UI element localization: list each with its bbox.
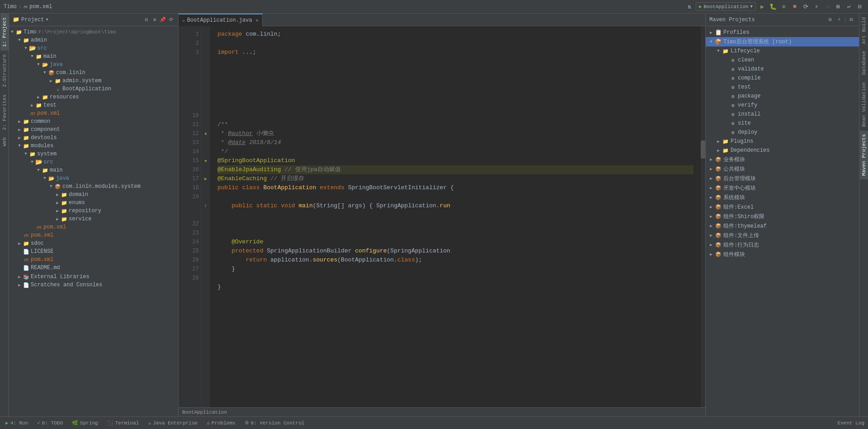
tree-service[interactable]: ▶ 📁 service [9, 215, 178, 223]
tree-enums[interactable]: ▶ 📁 enums [9, 199, 178, 207]
maven-plugins[interactable]: ▶ 📁 Plugins [706, 137, 859, 146]
run-coverage-btn[interactable]: ⊕ [779, 2, 788, 11]
breadcrumb-pomxml[interactable]: pom.xml [29, 4, 52, 10]
run-config-arrow[interactable]: ▼ [750, 5, 753, 9]
maven-module-10[interactable]: ▶ 📦 组件模块 [706, 250, 859, 259]
maven-compile[interactable]: ⚙ compile [706, 74, 859, 83]
maven-profiles[interactable]: ▶ 📋 Profiles [706, 28, 859, 37]
maven-module-7[interactable]: ▶ 📦 组件:thymeleaf [706, 221, 859, 231]
editor-tab-bootapplication[interactable]: ☕ BootApplication.java ✕ [179, 14, 263, 26]
bottom-terminal[interactable]: ⬛ Terminal [105, 419, 141, 427]
maven-module-9[interactable]: ▶ 📦 组件:行为日志 [706, 240, 859, 250]
sort-icon[interactable]: ⇅ [685, 2, 694, 11]
maven-dependencies[interactable]: ▶ 📁 Dependencies [706, 146, 859, 155]
maven-lifecycle[interactable]: ▼ 📁 Lifecycle [706, 47, 859, 56]
sidebar-tab-structure[interactable]: Z-Structure [0, 51, 9, 91]
stop-btn[interactable]: ■ [790, 2, 799, 11]
tree-test[interactable]: ▶ 📁 test [9, 101, 178, 109]
tree-java-admin[interactable]: ▼ 📂 java [9, 61, 178, 69]
tree-main-admin[interactable]: ▼ 📁 main [9, 52, 178, 61]
code-content[interactable]: package com.linln; import ...; /** * @au… [210, 26, 701, 407]
collapse-all-btn[interactable]: ⊟ [143, 16, 150, 23]
tree-pom-system[interactable]: 𝘮 pom.xml [9, 223, 178, 231]
maven-module-0[interactable]: ▶ 📦 业务模块 [706, 155, 859, 164]
bottom-java-enterprise[interactable]: ☕ Java Enterprise [146, 419, 200, 427]
tree-external-libraries[interactable]: ▶ 📚 External Libraries [9, 273, 178, 281]
maven-package[interactable]: ⚙ package [706, 92, 859, 101]
tree-admin[interactable]: ▼ 📁 admin [9, 36, 178, 44]
maven-install[interactable]: ⚙ install [706, 110, 859, 119]
maven-module-3[interactable]: ▶ 📦 开发中心模块 [706, 183, 859, 193]
tree-main-system[interactable]: ▼ 📁 main [9, 166, 178, 174]
sidebar-tab-project[interactable]: 1: Project [0, 14, 9, 51]
tree-pom-modules[interactable]: 𝘮 pom.xml [9, 231, 178, 239]
tree-resources[interactable]: ▶ 📁 resources [9, 93, 178, 101]
maven-collapse-btn[interactable]: ⊟ [847, 16, 855, 24]
undo-btn[interactable]: ↩ [844, 2, 854, 11]
project-dropdown-arrow[interactable]: ▼ [46, 18, 48, 22]
tree-license[interactable]: 📄 LICENSE [9, 247, 178, 256]
tree-domain[interactable]: ▶ 📁 domain [9, 191, 178, 199]
maven-verify[interactable]: ⚙ verify [706, 101, 859, 110]
maven-module-2[interactable]: ▶ 📦 后台管理模块 [706, 174, 859, 183]
right-tab-art-build[interactable]: Art Build [860, 14, 868, 47]
tree-readme[interactable]: 📄 README.md [9, 264, 178, 272]
tree-pom-admin[interactable]: 𝘮 pom.xml [9, 109, 178, 117]
bottom-vcs[interactable]: ⑨ 9: Version Control [243, 419, 307, 427]
tree-scratches[interactable]: ▶ 📄 Scratches and Consoles [9, 281, 178, 289]
tree-com-linln-modules-system[interactable]: ▼ 📦 com.linln.modules.system [9, 182, 178, 191]
sidebar-tab-favorites[interactable]: 2: Favorites [0, 91, 9, 134]
right-tab-bean-validation[interactable]: Bean Validation [860, 79, 868, 131]
tree-bootapplication[interactable]: ☕ BootApplication [9, 85, 178, 93]
tab-close-btn[interactable]: ✕ [256, 18, 259, 23]
breadcrumb-timo[interactable]: Timo [4, 4, 17, 10]
maven-module-4[interactable]: ▶ 📦 系统模块 [706, 193, 859, 202]
tree-src-admin[interactable]: ▼ 📂 src [9, 44, 178, 52]
run-config-selector[interactable]: ▶ BootApplication ▼ [696, 2, 756, 11]
event-log-btn[interactable]: Event Log [838, 420, 864, 426]
gutter-run-19[interactable]: ▶ [204, 176, 207, 182]
maven-test[interactable]: ⚙ test [706, 83, 859, 92]
sidebar-tab-web[interactable]: Web [0, 134, 9, 150]
maven-plus-btn[interactable]: + [835, 16, 843, 24]
tree-java-system[interactable]: ▼ 📂 java [9, 174, 178, 182]
bottom-run[interactable]: ▶ 4: Run [4, 419, 30, 427]
maven-clean[interactable]: ⚙ clean [706, 56, 859, 65]
profile-btn[interactable]: ⟳ [801, 2, 810, 11]
maven-root-project[interactable]: ▼ 📦 Timo后台管理系统 (root) [706, 37, 859, 47]
tile-btn[interactable]: ⊟ [855, 2, 864, 11]
maven-settings-btn[interactable]: ⚙ [826, 16, 834, 24]
tree-system[interactable]: ▼ 📁 system [9, 150, 178, 158]
sync-btn[interactable]: ⟳ [167, 16, 175, 23]
maven-module-1[interactable]: ▶ 📦 公共模块 [706, 164, 859, 174]
tree-sdoc[interactable]: ▶ 📁 sdoc [9, 239, 178, 247]
right-tab-maven[interactable]: Maven Projects [860, 131, 868, 179]
layout-btn[interactable]: ⊞ [834, 2, 843, 11]
run-btn[interactable]: ▶ [758, 2, 767, 11]
tree-src-system[interactable]: ▼ 📂 src [9, 158, 178, 166]
tree-pom-root[interactable]: 𝘮 pom.xml [9, 256, 178, 264]
build-btn[interactable]: ⚡ [812, 2, 821, 11]
maven-validate[interactable]: ⚙ validate [706, 65, 859, 74]
refresh-btn[interactable]: ↺ [823, 2, 832, 11]
tree-root[interactable]: ▼ 📁 Timo F:\Project\SpringBoot\Timo [9, 28, 178, 36]
gear-settings-btn[interactable]: ⚙ [151, 16, 158, 23]
pin-btn[interactable]: 📌 [159, 16, 166, 23]
debug-btn[interactable]: 🐛 [769, 2, 778, 11]
bottom-problems[interactable]: ⚠ Problems [205, 419, 237, 427]
tree-repository[interactable]: ▶ 📁 repository [9, 207, 178, 215]
maven-site[interactable]: ⚙ site [706, 119, 859, 128]
maven-module-5[interactable]: ▶ 📦 组件:Excel [706, 202, 859, 212]
maven-module-8[interactable]: ▶ 📦 组件:文件上传 [706, 231, 859, 240]
tree-devtools[interactable]: ▶ 📁 devtools [9, 134, 178, 142]
bottom-spring[interactable]: 🌿 Spring [70, 419, 100, 427]
tree-common[interactable]: ▶ 📁 common [9, 117, 178, 126]
maven-module-6[interactable]: ▶ 📦 组件:Shiro权限 [706, 212, 859, 221]
maven-deploy[interactable]: ⚙ deploy [706, 128, 859, 137]
right-tab-database[interactable]: Database [860, 47, 868, 79]
bottom-todo[interactable]: ✓ 6: TODO [35, 419, 65, 427]
tree-admin-system[interactable]: ▶ 📁 admin.system [9, 77, 178, 85]
tree-component[interactable]: ▶ 📁 component [9, 126, 178, 134]
tree-modules[interactable]: ▼ 📁 modules [9, 142, 178, 150]
tree-com-linln[interactable]: ▼ 📦 com.linln [9, 69, 178, 77]
